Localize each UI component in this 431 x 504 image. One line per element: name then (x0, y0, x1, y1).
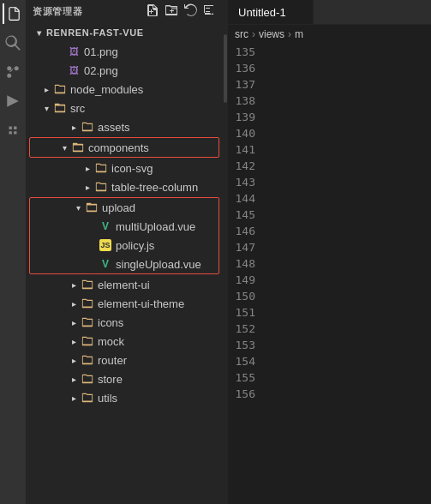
breadcrumb-sep2: › (288, 28, 291, 40)
folder-open-icon (85, 201, 99, 214)
line-number: 144 (228, 190, 255, 207)
line-number: 136 (228, 60, 255, 76)
sidebar-title: 资源管理器 (33, 5, 82, 18)
project-root[interactable]: ▾ RENREN-FAST-VUE (26, 23, 223, 42)
folder-label: components (88, 141, 149, 154)
folder-icon (81, 353, 94, 367)
file-label: policy.js (116, 239, 154, 252)
line-number: 137 (228, 76, 255, 93)
sidebar-scrollbar[interactable] (223, 0, 228, 504)
list-item[interactable]: ▸ assets (26, 117, 223, 136)
line-number: 150 (228, 288, 255, 304)
new-file-icon[interactable] (146, 3, 159, 20)
list-item[interactable]: ▸ mock (26, 332, 223, 351)
folder-label: utils (98, 392, 117, 405)
list-item[interactable]: ▾ src (26, 99, 223, 117)
folder-arrow: ▸ (67, 297, 81, 310)
folder-arrow: ▸ (81, 161, 94, 175)
tab-bar: Untitled-1 (228, 0, 431, 25)
line-numbers-area: 135 136 137 138 139 140 141 142 143 144 … (228, 44, 431, 504)
list-item[interactable]: ▸ router (26, 351, 223, 369)
folder-arrow: ▸ (67, 391, 81, 405)
list-item[interactable]: ▸ utils (26, 388, 223, 407)
list-item[interactable]: ▸ V multiUpload.vue (30, 217, 218, 236)
line-number: 138 (228, 93, 255, 109)
search-icon[interactable] (3, 33, 23, 53)
folder-label: upload (102, 201, 135, 214)
list-item[interactable]: ▸ element-ui-theme (26, 294, 223, 313)
project-name: RENREN-FAST-VUE (46, 27, 144, 38)
folder-arrow: ▸ (67, 334, 81, 348)
line-number: 152 (228, 321, 255, 337)
folder-arrow: ▸ (67, 278, 81, 291)
breadcrumb: src › views › m (228, 25, 431, 44)
line-number: 155 (228, 369, 255, 386)
file-label: 02.png (84, 64, 118, 77)
run-icon[interactable] (3, 91, 23, 111)
folder-label: element-ui-theme (98, 297, 184, 310)
folder-arrow: ▾ (39, 101, 53, 115)
extensions-icon[interactable] (3, 120, 23, 141)
line-number: 145 (228, 207, 255, 223)
folder-label: router (98, 354, 127, 367)
list-item[interactable]: ▸ icons (26, 313, 223, 332)
line-number: 135 (228, 44, 255, 60)
collapse-icon[interactable] (202, 3, 216, 20)
line-number: 149 (228, 272, 255, 288)
folder-icon (81, 278, 94, 291)
line-number: 147 (228, 239, 255, 255)
list-item[interactable]: ▸ V singleUpload.vue (30, 255, 218, 273)
scrollbar-thumb (224, 34, 227, 103)
list-item[interactable]: ▸ 🖼 01.png (26, 42, 223, 61)
components-highlight-box: ▾ components (29, 137, 219, 158)
folder-arrow: ▸ (81, 180, 94, 194)
folder-label: src (70, 102, 85, 115)
folder-icon (53, 82, 67, 96)
folder-label: assets (98, 121, 130, 134)
line-number: 146 (228, 223, 255, 239)
folder-label: icons (98, 316, 123, 329)
line-number: 141 (228, 141, 255, 158)
breadcrumb-m[interactable]: m (295, 28, 303, 40)
list-item[interactable]: ▾ components (30, 138, 218, 157)
files-icon[interactable] (3, 3, 23, 24)
line-numbers: 135 136 137 138 139 140 141 142 143 144 … (228, 44, 262, 504)
folder-arrow: ▸ (67, 315, 81, 329)
list-item[interactable]: ▾ upload (30, 198, 218, 217)
folder-label: table-tree-column (111, 181, 198, 194)
sidebar-header: 资源管理器 (26, 0, 223, 23)
list-item[interactable]: ▸ 🖼 02.png (26, 61, 223, 80)
source-control-icon[interactable] (3, 62, 23, 82)
js-icon: JS (99, 238, 112, 252)
folder-arrow: ▾ (57, 141, 71, 154)
editor-content[interactable] (262, 44, 431, 504)
file-tree: ▸ 🖼 01.png ▸ 🖼 02.png ▸ node_modules ▾ s… (26, 42, 223, 504)
list-item[interactable]: ▸ JS policy.js (30, 236, 218, 255)
refresh-icon[interactable] (183, 3, 197, 20)
folder-arrow: ▸ (39, 82, 53, 96)
line-number: 154 (228, 353, 255, 369)
breadcrumb-views[interactable]: views (259, 28, 284, 40)
new-folder-icon[interactable] (165, 3, 178, 20)
list-item[interactable]: ▸ node_modules (26, 80, 223, 99)
tab-label: Untitled-1 (238, 6, 286, 19)
folder-icon (81, 372, 94, 386)
activity-bar (0, 0, 26, 504)
line-number: 156 (228, 386, 255, 402)
list-item[interactable]: ▸ store (26, 369, 223, 388)
list-item[interactable]: ▸ icon-svg (26, 159, 223, 177)
image-icon: 🖼 (67, 63, 81, 77)
sidebar-header-icons (146, 3, 216, 20)
folder-label: element-ui (98, 279, 150, 291)
folder-icon (81, 315, 94, 329)
upload-highlight-box: ▾ upload ▸ V multiUpload.vue ▸ JS (29, 197, 219, 274)
editor-tab[interactable]: Untitled-1 (228, 0, 314, 24)
folder-label: mock (98, 335, 124, 348)
folder-icon (81, 391, 94, 405)
line-number: 142 (228, 158, 255, 174)
list-item[interactable]: ▸ table-tree-column (26, 177, 223, 196)
list-item[interactable]: ▸ element-ui (26, 275, 223, 294)
breadcrumb-src[interactable]: src (235, 28, 248, 40)
line-number: 139 (228, 109, 255, 125)
line-number: 140 (228, 125, 255, 141)
